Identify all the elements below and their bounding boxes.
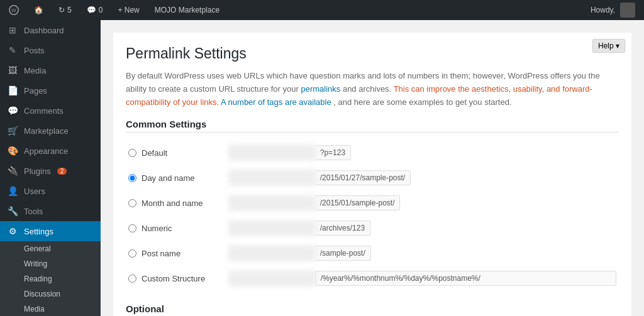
sidebar-item-dashboard[interactable]: ⊞ Dashboard bbox=[0, 20, 101, 40]
desc-and: and archives. bbox=[343, 84, 391, 94]
url-base-postname: http://yourdomain.com bbox=[229, 246, 315, 261]
sidebar-label-dashboard: Dashboard bbox=[24, 26, 64, 35]
adminbar-site[interactable]: 🏠 bbox=[30, 0, 47, 20]
sidebar-label-plugins: Plugins bbox=[24, 166, 51, 176]
adminbar-new[interactable]: + New bbox=[114, 0, 143, 20]
submenu-reading[interactable]: Reading bbox=[0, 271, 101, 286]
main-content: Help ▾ Permalink Settings By default Wor… bbox=[101, 20, 644, 316]
url-display-default: http://yourdomain.com ?p=123 bbox=[229, 145, 616, 160]
url-suffix-postname: /sample-post/ bbox=[315, 246, 371, 261]
marketplace-label: MOJO Marketplace bbox=[155, 6, 219, 14]
url-suffix-day: /2015/01/27/sample-post/ bbox=[315, 170, 411, 185]
comments-menu-icon: 💬 bbox=[6, 106, 19, 116]
help-button[interactable]: Help ▾ bbox=[592, 39, 625, 53]
submenu-media[interactable]: Media bbox=[0, 302, 101, 316]
admin-sidebar: ⊞ Dashboard ✎ Posts 🖼 Media 📄 Pages 💬 Co… bbox=[0, 20, 101, 316]
updates-icon: ↻ bbox=[58, 6, 65, 14]
sidebar-item-users[interactable]: 👤 Users bbox=[0, 181, 101, 201]
url-suffix-month: /2015/01/sample-post/ bbox=[315, 195, 401, 210]
comments-icon: 💬 bbox=[87, 6, 96, 14]
comments-count: 0 bbox=[99, 6, 103, 14]
url-base-day: http://yourdomain.com bbox=[229, 170, 315, 185]
submenu-general[interactable]: General bbox=[0, 241, 101, 256]
url-display-month: http://yourdomain.com /2015/01/sample-po… bbox=[229, 195, 616, 210]
permalink-options-table: Default http://yourdomain.com ?p=123 bbox=[126, 140, 619, 291]
sidebar-item-plugins[interactable]: 🔌 Plugins 2 bbox=[0, 161, 101, 181]
option-day-and-name: Day and name http://yourdomain.com /2015… bbox=[126, 165, 619, 190]
sidebar-label-comments: Comments bbox=[24, 106, 64, 116]
tools-icon: 🔧 bbox=[6, 206, 19, 216]
sidebar-item-appearance[interactable]: 🎨 Appearance bbox=[0, 141, 101, 161]
settings-wrap: Help ▾ Permalink Settings By default Wor… bbox=[113, 33, 631, 316]
sidebar-item-pages[interactable]: 📄 Pages bbox=[0, 80, 101, 101]
sidebar-label-appearance: Appearance bbox=[24, 146, 68, 156]
radio-numeric[interactable] bbox=[128, 224, 136, 232]
url-base-numeric: http://yourdomain.com bbox=[229, 221, 315, 236]
admin-bar: W 🏠 ↻ 5 💬 0 + New MOJO Marketplace Howdy… bbox=[0, 0, 644, 20]
sidebar-label-media: Media bbox=[24, 66, 46, 75]
plugins-badge: 2 bbox=[57, 168, 67, 175]
sidebar-item-settings[interactable]: ⚙ Settings bbox=[0, 221, 101, 241]
url-display-day: http://yourdomain.com /2015/01/27/sample… bbox=[229, 170, 616, 185]
label-custom-structure[interactable]: Custom Structure bbox=[142, 274, 205, 283]
sidebar-item-tools[interactable]: 🔧 Tools bbox=[0, 201, 101, 221]
sidebar-label-pages: Pages bbox=[24, 86, 47, 95]
sidebar-label-marketplace: Marketplace bbox=[24, 126, 69, 136]
radio-default[interactable] bbox=[128, 149, 136, 157]
label-numeric[interactable]: Numeric bbox=[142, 224, 172, 233]
adminbar-site-icon: 🏠 bbox=[34, 6, 43, 14]
tags-available-link[interactable]: A number of tags are available bbox=[221, 97, 331, 107]
radio-day-and-name[interactable] bbox=[128, 174, 136, 182]
url-display-numeric: http://yourdomain.com /archives/123 bbox=[229, 221, 616, 236]
media-icon: 🖼 bbox=[6, 65, 19, 75]
custom-structure-input[interactable] bbox=[315, 271, 616, 286]
adminbar-updates[interactable]: ↻ 5 bbox=[55, 0, 75, 20]
adminbar-comments[interactable]: 💬 0 bbox=[83, 0, 107, 20]
label-post-name[interactable]: Post name bbox=[142, 249, 180, 258]
users-icon: 👤 bbox=[6, 186, 19, 196]
desc-end: , and here are some examples to get you … bbox=[333, 97, 511, 107]
howdy-label: Howdy, bbox=[591, 6, 615, 14]
adminbar-wp-logo[interactable]: W bbox=[5, 0, 23, 20]
sidebar-item-media[interactable]: 🖼 Media bbox=[0, 60, 101, 80]
help-label: Help ▾ bbox=[598, 41, 619, 50]
optional-title: Optional bbox=[126, 303, 619, 316]
option-numeric: Numeric http://yourdomain.com /archives/… bbox=[126, 215, 619, 241]
label-default[interactable]: Default bbox=[142, 148, 167, 158]
page-description: By default WordPress uses web URLs which… bbox=[126, 70, 619, 109]
adminbar-marketplace[interactable]: MOJO Marketplace bbox=[151, 0, 223, 20]
radio-custom-structure[interactable] bbox=[128, 275, 136, 283]
option-post-name: Post name http://yourdomain.com /sample-… bbox=[126, 241, 619, 266]
url-base-custom: http://yourdomain.com bbox=[229, 271, 315, 286]
url-suffix-default: ?p=123 bbox=[315, 145, 351, 160]
page-title: Permalink Settings bbox=[126, 45, 619, 62]
option-custom-structure: Custom Structure http://yourdomain.com bbox=[126, 266, 619, 291]
updates-count: 5 bbox=[67, 6, 72, 14]
appearance-icon: 🎨 bbox=[6, 146, 19, 156]
pages-icon: 📄 bbox=[6, 85, 19, 95]
sidebar-item-comments[interactable]: 💬 Comments bbox=[0, 101, 101, 121]
submenu-writing[interactable]: Writing bbox=[0, 256, 101, 271]
radio-month-and-name[interactable] bbox=[128, 199, 136, 207]
url-suffix-numeric: /archives/123 bbox=[315, 221, 370, 236]
url-display-postname: http://yourdomain.com /sample-post/ bbox=[229, 246, 616, 261]
permalinks-link[interactable]: permalinks bbox=[301, 84, 340, 94]
plugins-icon: 🔌 bbox=[6, 166, 19, 176]
adminbar-howdy[interactable]: Howdy, bbox=[587, 0, 639, 20]
sidebar-label-tools: Tools bbox=[24, 207, 43, 216]
dashboard-icon: ⊞ bbox=[6, 25, 19, 35]
sidebar-item-posts[interactable]: ✎ Posts bbox=[0, 40, 101, 60]
url-base-month: http://yourdomain.com bbox=[229, 195, 315, 210]
sidebar-label-settings: Settings bbox=[24, 227, 53, 236]
common-settings-title: Common Settings bbox=[126, 119, 619, 133]
url-display-custom: http://yourdomain.com bbox=[229, 271, 616, 286]
label-month-and-name[interactable]: Month and name bbox=[142, 199, 203, 208]
sidebar-label-posts: Posts bbox=[24, 46, 45, 55]
posts-icon: ✎ bbox=[6, 45, 19, 55]
sidebar-item-marketplace[interactable]: 🛒 Marketplace bbox=[0, 121, 101, 141]
url-base-default: http://yourdomain.com bbox=[229, 145, 315, 160]
label-day-and-name[interactable]: Day and name bbox=[142, 173, 195, 183]
radio-post-name[interactable] bbox=[128, 249, 136, 258]
svg-text:W: W bbox=[11, 8, 16, 13]
submenu-discussion[interactable]: Discussion bbox=[0, 286, 101, 302]
